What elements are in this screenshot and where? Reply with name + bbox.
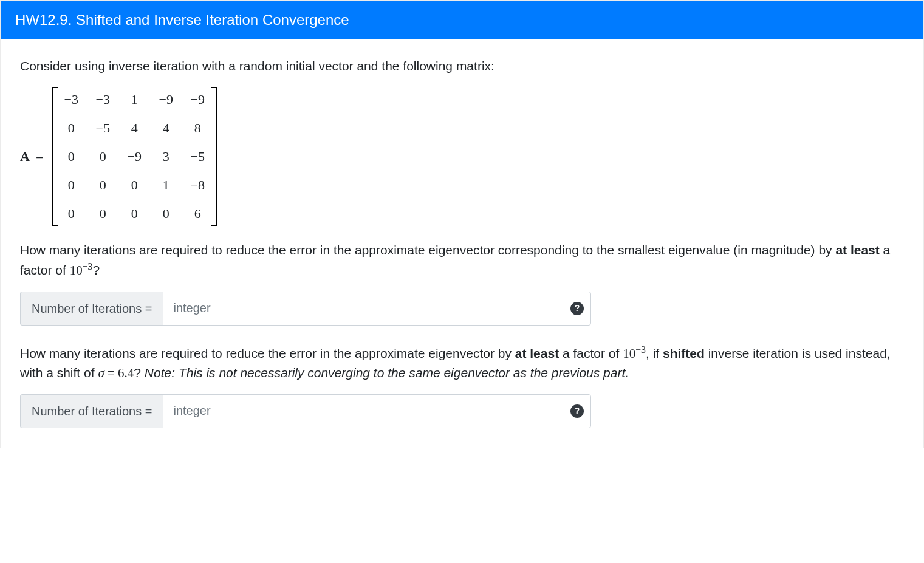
- matrix-cell: −5: [190, 146, 205, 166]
- matrix-cell: 4: [127, 118, 142, 138]
- question-card: HW12.9. Shifted and Inverse Iteration Co…: [0, 0, 924, 448]
- left-bracket: [49, 87, 58, 226]
- matrix-cell: 8: [190, 118, 205, 138]
- matrix-cell: 0: [64, 175, 78, 195]
- matrix-cell: −5: [95, 118, 110, 138]
- answer-1-label: Number of Iterations =: [20, 292, 163, 326]
- answer-2-input[interactable]: [163, 394, 591, 428]
- matrix-cell: 6: [190, 203, 205, 223]
- answer-2-label: Number of Iterations =: [20, 394, 163, 428]
- q2-text-1: How many iterations are required to redu…: [20, 346, 515, 360]
- matrix-cell: −9: [190, 89, 205, 109]
- matrix-cell: −8: [190, 175, 205, 195]
- q2-note: Note: This is not necessarily converging…: [145, 366, 629, 380]
- q2-text-3: , if: [646, 346, 663, 360]
- q2-text-5: ?: [134, 366, 145, 380]
- q2-sigma: σ: [98, 366, 104, 380]
- equals-sign: =: [33, 146, 49, 166]
- right-bracket: [211, 87, 219, 226]
- question-1-text: How many iterations are required to redu…: [20, 241, 904, 281]
- matrix-cell: 0: [127, 203, 142, 223]
- answer-1-input[interactable]: [163, 292, 591, 326]
- question-2-text: How many iterations are required to redu…: [20, 343, 904, 383]
- matrix-cell: 0: [64, 118, 78, 138]
- q2-exp: −3: [635, 344, 646, 355]
- intro-text: Consider using inverse iteration with a …: [20, 56, 904, 76]
- q1-math: 10−3: [70, 263, 93, 278]
- matrix-cell: 0: [95, 146, 110, 166]
- q1-exp: −3: [83, 261, 93, 271]
- q2-sigma-expr: σ = 6.4: [98, 366, 134, 380]
- q2-bold-2: shifted: [663, 346, 705, 360]
- matrix-cell: 0: [64, 146, 78, 166]
- matrix-cell: 1: [127, 89, 142, 109]
- answer-1-row: Number of Iterations = ?: [20, 292, 591, 326]
- matrix-cell: 0: [95, 175, 110, 195]
- matrix-grid: −3−31−9−90−544800−93−50001−800006: [58, 87, 211, 226]
- q2-eq: =: [104, 366, 118, 380]
- q1-text-3: ?: [92, 263, 100, 277]
- matrix-cell: −3: [95, 89, 110, 109]
- q2-base: 10: [623, 346, 635, 361]
- q2-text-2: a factor of: [559, 346, 623, 360]
- help-icon[interactable]: ?: [570, 302, 584, 315]
- q2-sigma-val: 6.4: [118, 366, 134, 380]
- matrix-cell: 3: [159, 146, 173, 166]
- matrix-cell: −9: [127, 146, 142, 166]
- help-icon[interactable]: ?: [570, 404, 584, 418]
- matrix-cell: 0: [127, 175, 142, 195]
- matrix-symbol: A: [20, 146, 33, 166]
- matrix-equation: A = −3−31−9−90−544800−93−50001−800006: [20, 87, 904, 226]
- question-title: HW12.9. Shifted and Inverse Iteration Co…: [15, 12, 349, 28]
- answer-2-field-wrap: ?: [163, 394, 591, 428]
- matrix-brackets: −3−31−9−90−544800−93−50001−800006: [49, 87, 219, 226]
- q1-bold: at least: [835, 243, 879, 257]
- matrix-cell: 0: [64, 203, 78, 223]
- q1-text-1: How many iterations are required to redu…: [20, 243, 835, 257]
- matrix-cell: 1: [159, 175, 173, 195]
- q2-math-1: 10−3: [623, 346, 646, 361]
- question-header: HW12.9. Shifted and Inverse Iteration Co…: [1, 1, 923, 39]
- matrix-cell: −3: [64, 89, 78, 109]
- q1-base: 10: [70, 263, 83, 278]
- answer-2-row: Number of Iterations = ?: [20, 394, 591, 428]
- answer-1-field-wrap: ?: [163, 292, 591, 326]
- question-body: Consider using inverse iteration with a …: [1, 39, 923, 448]
- matrix-cell: −9: [159, 89, 173, 109]
- matrix-cell: 0: [95, 203, 110, 223]
- q2-bold-1: at least: [515, 346, 559, 360]
- matrix-cell: 0: [159, 203, 173, 223]
- matrix-cell: 4: [159, 118, 173, 138]
